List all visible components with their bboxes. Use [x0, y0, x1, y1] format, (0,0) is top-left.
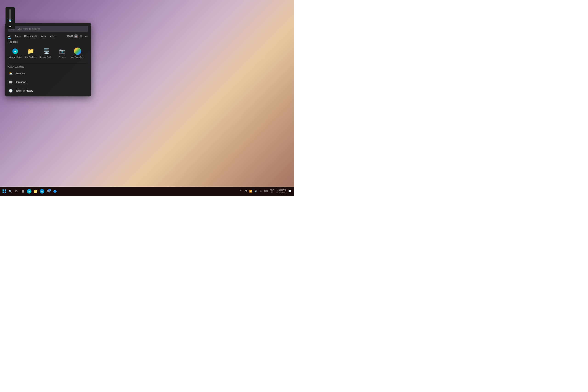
volume-button[interactable]: 🔊: [254, 189, 258, 194]
windows-logo: [2, 190, 6, 193]
fileexplorer-app-label: File Explorer: [24, 56, 38, 58]
widgets-icon: ▦: [22, 190, 24, 193]
pen-button[interactable]: ✏: [259, 189, 263, 194]
tab-more[interactable]: More ▾: [48, 34, 58, 39]
camera-app-icon: 📷: [58, 48, 66, 55]
notification-button[interactable]: 💬: [288, 189, 292, 194]
score-badge: 27662 🤖: [67, 34, 78, 38]
qs-history[interactable]: 🕐 Today in history: [8, 86, 88, 95]
quick-searches-title: Quick searches: [8, 66, 88, 69]
tab-all[interactable]: All: [8, 34, 13, 39]
app-tile-rdp[interactable]: 🖥️ Remote Desktop Con...: [38, 44, 54, 61]
apps-grid: e Microsoft Edge 📁 File Explorer 🖥️ Remo…: [5, 44, 91, 64]
start-menu: 🔍 All Apps Documents Web More ▾ 27662 🤖 …: [5, 23, 91, 96]
taskbar-app-button[interactable]: 🔷: [52, 188, 58, 194]
keyboard-icon: ⌨: [264, 190, 268, 193]
top-apps-title: Top apps: [5, 41, 91, 44]
app-tile-camera[interactable]: 📷 Camera: [54, 44, 70, 61]
search-input[interactable]: [16, 27, 86, 30]
taskview-button[interactable]: ⧉: [13, 188, 19, 194]
wifi-icon: 📶: [249, 190, 252, 193]
qs-topnews[interactable]: 📰 Top news: [8, 78, 88, 86]
more-label: More: [50, 35, 55, 38]
divider-1: [8, 64, 88, 64]
chevron-down-icon: ▾: [56, 35, 56, 37]
taskbar-search-button[interactable]: 🔍: [8, 189, 13, 194]
language-button[interactable]: ENG IT: [269, 189, 275, 193]
speaker-icon: 🔊: [254, 190, 258, 193]
volume-slider-track[interactable]: [10, 9, 11, 22]
rdp-app-icon: 🖥️: [43, 48, 50, 55]
tab-apps[interactable]: Apps: [13, 34, 22, 39]
clock-icon: 🕐: [8, 88, 13, 93]
edge-app-label: Microsoft Edge: [8, 56, 22, 58]
taskbar-edge2-button[interactable]: e: [39, 188, 45, 194]
qs-weather-label: Weather: [16, 72, 25, 75]
volume-value: 16: [9, 26, 11, 28]
taskbar-fileexplorer-button[interactable]: 📁: [32, 188, 38, 194]
medibang-app-label: MediBang Paint Pro: [71, 56, 84, 58]
rdp-app-label: Remote Desktop Con...: [40, 56, 53, 58]
volume-slider-thumb: [9, 20, 11, 21]
taskbar-app-icon: 🔷: [53, 190, 57, 193]
medibang-logo: [74, 48, 81, 55]
clock-date: 6/15/2021: [276, 192, 286, 194]
camera-app-label: Camera: [55, 56, 69, 58]
taskbar-mail-button[interactable]: ✉ 29: [46, 188, 52, 194]
show-hidden-icons-button[interactable]: ⌃: [238, 189, 243, 194]
network-button[interactable]: 📶: [248, 189, 253, 194]
fileexplorer-app-icon: 📁: [27, 48, 34, 55]
notification-icon: 💬: [288, 190, 292, 193]
language-sublang: IT: [271, 191, 273, 193]
news-icon: 📰: [8, 80, 13, 84]
desktop: 16 🔍 All Apps Documents Web More ▾ 27662…: [0, 0, 294, 196]
medibang-app-icon: [74, 48, 81, 55]
mail-badge: 29: [48, 189, 51, 192]
clock-time: 7:28 PM: [277, 189, 286, 192]
action-center-button[interactable]: ⊡: [244, 189, 248, 194]
taskbar-folder-icon: 📁: [33, 189, 38, 194]
keyboard-button[interactable]: ⌨: [264, 189, 268, 194]
qs-topnews-label: Top news: [16, 80, 26, 83]
score-value: 27662: [67, 35, 73, 38]
action-center-icon: ⊡: [245, 190, 247, 193]
edge-logo: e: [12, 48, 18, 54]
app-tile-fileexplorer[interactable]: 📁 File Explorer: [23, 44, 38, 61]
taskbar-right: ⌃ ⊡ 📶 🔊 ✏ ⌨ ENG IT: [238, 189, 292, 194]
qs-weather[interactable]: ⛅ Weather: [8, 69, 88, 78]
sys-tray: ⌃ ⊡ 📶 🔊 ✏ ⌨: [238, 189, 268, 194]
tab-documents[interactable]: Documents: [22, 34, 39, 39]
taskbar-edge2-icon: e: [40, 189, 44, 194]
chevron-up-icon: ⌃: [240, 190, 242, 193]
robot-icon: 🤖: [74, 34, 78, 38]
edge-app-icon: e: [12, 48, 19, 55]
more-options-icon[interactable]: •••: [84, 34, 88, 38]
tabs-row: All Apps Documents Web More ▾ 27662 🤖 ⛓ …: [5, 34, 91, 39]
widgets-button[interactable]: ▦: [20, 188, 26, 194]
quick-searches-section: Quick searches ⛅ Weather 📰 Top news 🕐 To…: [5, 64, 91, 96]
tabs-right: 27662 🤖 ⛓ •••: [67, 34, 88, 38]
volume-popup: 16: [6, 7, 15, 29]
share-icon[interactable]: ⛓: [80, 34, 83, 38]
qs-history-label: Today in history: [16, 89, 33, 92]
tab-web[interactable]: Web: [39, 34, 48, 39]
start-button[interactable]: [2, 189, 7, 194]
taskbar-edge-icon: e: [27, 189, 32, 194]
search-bar[interactable]: 🔍: [8, 26, 88, 32]
clock-button[interactable]: 7:28 PM 6/15/2021: [276, 189, 287, 194]
taskbar-edge-button[interactable]: e: [26, 188, 32, 194]
taskview-icon: ⧉: [16, 190, 18, 193]
taskbar-search-icon: 🔍: [8, 190, 12, 193]
pen-icon: ✏: [260, 190, 262, 193]
app-tile-edge[interactable]: e Microsoft Edge: [7, 44, 23, 61]
taskbar: 🔍 ⧉ ▦ e 📁 e ✉ 29 🔷: [0, 187, 294, 196]
qs-coronavirus[interactable]: ℹ️ Coronavirus trends: [8, 95, 88, 96]
app-tile-medibang[interactable]: MediBang Paint Pro: [70, 44, 86, 61]
weather-icon: ⛅: [8, 71, 13, 76]
